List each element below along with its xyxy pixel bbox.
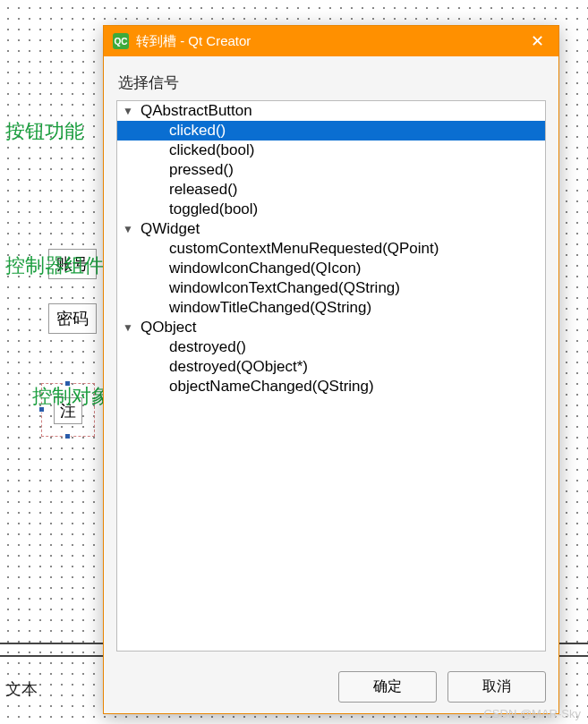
- tree-group[interactable]: ▼QObject: [117, 318, 545, 337]
- chevron-down-icon[interactable]: ▼: [123, 223, 135, 235]
- goto-slot-dialog: QC 转到槽 - Qt Creator ✕ 选择信号 ▼QAbstractBut…: [103, 25, 559, 714]
- ok-button[interactable]: 确定: [338, 671, 437, 703]
- annotation-button-func: 按钮功能: [5, 118, 84, 145]
- annotation-control-obj: 控制对象: [32, 383, 111, 410]
- tree-item[interactable]: windowTitleChanged(QString): [117, 298, 545, 318]
- tree-item[interactable]: destroyed(QObject*): [117, 357, 545, 377]
- titlebar[interactable]: QC 转到槽 - Qt Creator ✕: [104, 26, 558, 56]
- app-icon: QC: [113, 33, 129, 49]
- tree-group[interactable]: ▼QAbstractButton: [117, 101, 545, 121]
- tree-item[interactable]: windowIconChanged(QIcon): [117, 259, 545, 278]
- watermark: CSDN @MAR-Sky: [483, 707, 581, 720]
- resize-handle[interactable]: [64, 433, 71, 439]
- tree-item[interactable]: toggled(bool): [117, 200, 545, 219]
- dialog-button-row: 确定 取消: [104, 660, 558, 713]
- tree-item[interactable]: clicked(bool): [117, 141, 545, 160]
- signal-tree[interactable]: ▼QAbstractButtonclicked()clicked(bool)pr…: [116, 100, 546, 652]
- tree-item[interactable]: released(): [117, 180, 545, 200]
- tree-group[interactable]: ▼QWidget: [117, 219, 545, 239]
- tree-group-label: QWidget: [141, 220, 200, 238]
- password-label: 密码: [48, 303, 97, 334]
- close-icon[interactable]: ✕: [525, 31, 550, 51]
- tree-item[interactable]: pressed(): [117, 160, 545, 180]
- tree-item[interactable]: objectNameChanged(QString): [117, 377, 545, 396]
- dialog-title: 转到槽 - Qt Creator: [136, 33, 251, 50]
- tree-group-label: QAbstractButton: [141, 102, 252, 120]
- chevron-down-icon[interactable]: ▼: [123, 321, 135, 334]
- tree-item[interactable]: destroyed(): [117, 337, 545, 357]
- chevron-down-icon[interactable]: ▼: [123, 105, 135, 117]
- section-label: 选择信号: [116, 65, 546, 100]
- text-label: 文本: [5, 678, 38, 700]
- tree-item[interactable]: clicked(): [117, 121, 545, 141]
- tree-group-label: QObject: [141, 319, 196, 336]
- tree-item[interactable]: windowIconTextChanged(QString): [117, 278, 545, 298]
- tree-item[interactable]: customContextMenuRequested(QPoint): [117, 239, 545, 259]
- cancel-button[interactable]: 取消: [447, 671, 546, 703]
